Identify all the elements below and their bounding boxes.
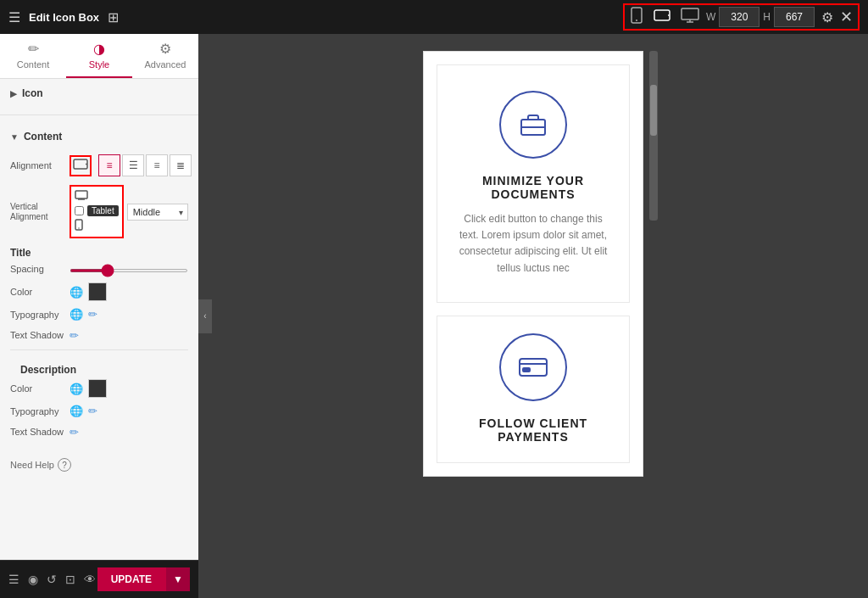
bottom-tool-undo-icon[interactable]: ↺ bbox=[47, 573, 57, 586]
tab-advanced[interactable]: ⚙ Advanced bbox=[132, 34, 198, 78]
scrollbar-track[interactable] bbox=[649, 51, 658, 221]
tablet-indicator-icon bbox=[73, 160, 88, 173]
align-center-button[interactable]: ☰ bbox=[122, 154, 144, 176]
description-color-label: Color bbox=[10, 383, 70, 394]
align-right-button[interactable]: ≡ bbox=[146, 154, 168, 176]
update-dropdown-button[interactable]: ▼ bbox=[165, 567, 190, 591]
scrollbar-thumb[interactable] bbox=[650, 85, 657, 136]
vertical-alignment-select[interactable]: Middle Top Bottom bbox=[127, 204, 188, 221]
height-input[interactable] bbox=[774, 7, 815, 27]
monitor-icon-small bbox=[75, 190, 119, 203]
device-icons bbox=[630, 7, 699, 27]
dimension-group: W H bbox=[706, 7, 815, 27]
grid-icon[interactable]: ⊞ bbox=[108, 9, 119, 25]
responsive-indicator bbox=[70, 155, 92, 176]
width-input[interactable] bbox=[719, 7, 760, 27]
height-label: H bbox=[763, 11, 771, 23]
tablet-tooltip-badge: Tablet bbox=[87, 205, 119, 216]
description-typography-controls: 🌐 ✏ bbox=[70, 405, 97, 417]
title-color-row: Color 🌐 bbox=[10, 282, 188, 301]
icon-section-header[interactable]: ▶ Icon bbox=[0, 79, 198, 108]
canvas-toggle[interactable]: ‹ bbox=[198, 299, 212, 333]
bottom-toolbar: ☰ ◉ ↺ ⊡ 👁 UPDATE ▼ bbox=[0, 560, 198, 598]
alignment-control: ≡ ☰ ≡ ≣ bbox=[70, 154, 192, 176]
description-color-swatch[interactable] bbox=[88, 379, 107, 398]
description-typography-global-button[interactable]: 🌐 bbox=[70, 405, 83, 417]
need-help[interactable]: Need Help ? bbox=[0, 453, 198, 477]
desktop-device-icon[interactable] bbox=[681, 8, 699, 26]
device-selector-wrapper: W H ⚙ ✕ bbox=[623, 3, 860, 31]
spacing-slider[interactable] bbox=[70, 269, 188, 272]
svg-rect-18 bbox=[523, 368, 530, 372]
description-typography-edit-button[interactable]: ✏ bbox=[88, 405, 97, 417]
svg-rect-9 bbox=[75, 191, 87, 198]
title-color-label: Color bbox=[10, 287, 70, 297]
content-tab-icon: ✏ bbox=[28, 41, 39, 57]
main-layout: ✏ Content ◑ Style ⚙ Advanced ▶ Icon ▼ bbox=[0, 34, 868, 598]
top-bar-left: ☰ Edit Icon Box ⊞ bbox=[8, 9, 119, 25]
card-1-icon bbox=[499, 91, 567, 159]
icon-section-label: Icon bbox=[22, 87, 43, 99]
help-icon: ? bbox=[58, 458, 71, 472]
title-color-global-button[interactable]: 🌐 bbox=[70, 286, 83, 299]
bottom-tool-eye-icon[interactable]: 👁 bbox=[84, 573, 96, 586]
bottom-tool-circle-icon[interactable]: ◉ bbox=[28, 573, 38, 586]
close-button[interactable]: ✕ bbox=[840, 8, 853, 26]
style-tab-icon: ◑ bbox=[93, 41, 105, 57]
vertical-alignment-device-box: Tablet bbox=[70, 185, 124, 238]
bottom-tools: ☰ ◉ ↺ ⊡ 👁 bbox=[8, 573, 96, 586]
update-area: UPDATE ▼ bbox=[97, 567, 190, 591]
vertical-alignment-select-wrapper: Middle Top Bottom bbox=[127, 204, 188, 221]
preview-card-1: MINIMIZE YOURDOCUMENTS Click edit button… bbox=[437, 64, 630, 303]
card-2-title: FOLLOW CLIENTPAYMENTS bbox=[454, 416, 612, 444]
title-typography-controls: 🌐 ✏ bbox=[70, 308, 97, 321]
need-help-label: Need Help bbox=[10, 460, 54, 470]
description-color-controls: 🌐 bbox=[70, 379, 107, 398]
content-section-arrow: ▼ bbox=[10, 132, 19, 142]
alignment-row: Alignment ≡ bbox=[10, 154, 188, 176]
content-section-header[interactable]: ▼ Content bbox=[0, 122, 198, 151]
title-color-swatch[interactable] bbox=[88, 282, 107, 301]
width-label: W bbox=[706, 11, 715, 23]
title-text-shadow-row: Text Shadow ✏ bbox=[10, 327, 188, 343]
spacing-row: Spacing bbox=[10, 264, 188, 274]
description-color-global-button[interactable]: 🌐 bbox=[70, 383, 83, 395]
description-text-shadow-controls: ✏ bbox=[70, 424, 79, 439]
advanced-tab-icon: ⚙ bbox=[159, 41, 171, 57]
mobile-icon-small bbox=[75, 219, 119, 233]
title-text-shadow-controls: ✏ bbox=[70, 327, 79, 343]
alignment-label: Alignment bbox=[10, 160, 70, 170]
tablet-row: Tablet bbox=[75, 205, 119, 216]
alignment-buttons: ≡ ☰ ≡ ≣ bbox=[98, 154, 192, 176]
title-text-shadow-edit-button[interactable]: ✏ bbox=[70, 329, 79, 342]
tablet-device-icon[interactable] bbox=[654, 8, 670, 25]
bottom-tool-menu-icon[interactable]: ☰ bbox=[8, 573, 19, 586]
update-button[interactable]: UPDATE bbox=[97, 567, 165, 591]
content-section-body: Alignment ≡ bbox=[0, 151, 198, 453]
tablet-checkbox[interactable] bbox=[75, 206, 84, 215]
divider-1 bbox=[0, 115, 198, 115]
settings-icon[interactable]: ⚙ bbox=[821, 9, 833, 25]
title-typography-edit-button[interactable]: ✏ bbox=[88, 308, 97, 321]
align-justify-button[interactable]: ≣ bbox=[170, 154, 192, 176]
title-typography-global-button[interactable]: 🌐 bbox=[70, 308, 83, 321]
content-tab-label: Content bbox=[17, 59, 50, 70]
preview-frame: MINIMIZE YOURDOCUMENTS Click edit button… bbox=[423, 51, 643, 477]
left-panel: ✏ Content ◑ Style ⚙ Advanced ▶ Icon ▼ bbox=[0, 34, 198, 598]
bottom-tool-layout-icon[interactable]: ⊡ bbox=[65, 573, 75, 586]
tab-content[interactable]: ✏ Content bbox=[0, 34, 66, 78]
top-bar: ☰ Edit Icon Box ⊞ bbox=[0, 0, 868, 34]
title-text-shadow-label: Text Shadow bbox=[10, 330, 70, 340]
title-typography-label: Typography bbox=[10, 310, 70, 320]
hamburger-icon[interactable]: ☰ bbox=[8, 9, 20, 25]
vertical-alignment-control: Tablet Middle bbox=[70, 185, 188, 238]
panel-content: ▶ Icon ▼ Content Alignment bbox=[0, 79, 198, 560]
tab-style[interactable]: ◑ Style bbox=[66, 34, 132, 78]
align-left-button[interactable]: ≡ bbox=[98, 154, 120, 176]
canvas-area: ‹ MINIMIZE YOURDOCUMENTS Click edit butt… bbox=[198, 34, 868, 598]
card-1-description: Click edit button to change this text. L… bbox=[454, 211, 612, 277]
mobile-device-icon[interactable] bbox=[630, 7, 643, 27]
description-text-shadow-edit-button[interactable]: ✏ bbox=[70, 426, 79, 439]
advanced-tab-label: Advanced bbox=[145, 59, 186, 70]
title-color-controls: 🌐 bbox=[70, 282, 107, 301]
